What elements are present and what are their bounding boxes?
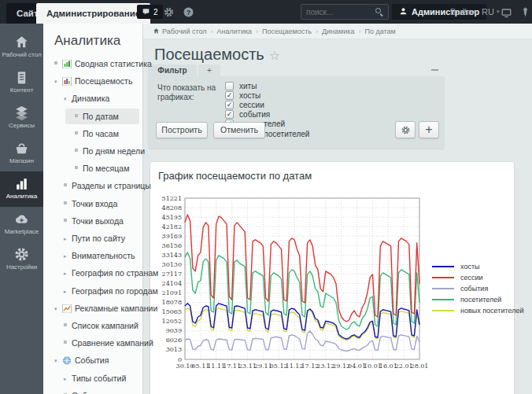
sidebar-item-by-weekdays[interactable]: По дням недели bbox=[75, 143, 145, 159]
bullet-icon bbox=[75, 128, 83, 144]
language-selector[interactable]: RU ▾ bbox=[482, 0, 499, 24]
monitor-icon[interactable] bbox=[501, 7, 512, 19]
visits-icon bbox=[62, 75, 72, 83]
cancel-button[interactable]: Отменить bbox=[213, 122, 265, 138]
expanded-arrow-icon: ▾ bbox=[54, 74, 62, 90]
breadcrumb-separator: › bbox=[316, 28, 318, 35]
bullet-icon bbox=[64, 320, 72, 336]
notifications-badge[interactable]: 2 bbox=[137, 5, 163, 19]
events-group-icon bbox=[62, 354, 72, 363]
checkbox-events[interactable]: ✓события bbox=[225, 110, 270, 120]
expanded-arrow-icon: ▾ bbox=[64, 91, 72, 107]
y-axis-tick-label: 3013 bbox=[166, 346, 182, 353]
breadcrumb-item[interactable]: Рабочий стол bbox=[162, 28, 207, 35]
breadcrumb-item[interactable]: Динамика bbox=[322, 28, 354, 35]
settings-icon bbox=[13, 246, 30, 263]
y-axis-tick-label: 6026 bbox=[166, 337, 182, 344]
sidebar-item-events-group[interactable]: ▾События bbox=[54, 352, 109, 368]
logout-link[interactable]: Выйти bbox=[450, 0, 476, 24]
sidebar-item-summary-stats[interactable]: Сводная статистика bbox=[54, 56, 152, 72]
bullet-icon bbox=[75, 145, 83, 161]
rail-item-marketplace[interactable]: Marketplace bbox=[0, 207, 43, 242]
checkbox-sessions[interactable]: ✓сессии bbox=[225, 100, 264, 109]
checkbox-hosts[interactable]: ✓хосты bbox=[225, 90, 260, 100]
checkbox-sessions-box[interactable]: ✓ bbox=[225, 101, 234, 109]
collapse-filter-button[interactable] bbox=[431, 69, 438, 71]
collapsed-arrow-icon: ▸ bbox=[64, 284, 72, 300]
analytics-sidebar: Аналитика Сводная статистика▾Посещаемост… bbox=[43, 24, 143, 394]
checkbox-events-box[interactable]: ✓ bbox=[225, 110, 234, 119]
main-nav-rail: Рабочий столКонтентСервисыМагазинАналити… bbox=[0, 24, 43, 394]
y-axis-tick-label: 33143 bbox=[162, 252, 182, 259]
gear-icon[interactable] bbox=[163, 6, 175, 18]
search-input[interactable] bbox=[306, 6, 374, 18]
legend-swatch bbox=[432, 277, 454, 278]
rail-item-analytics[interactable]: Аналитика bbox=[0, 171, 43, 207]
legend-swatch bbox=[432, 266, 454, 267]
rail-item-settings[interactable]: Настройки bbox=[0, 242, 43, 278]
breadcrumb-item[interactable]: Посещаемость bbox=[262, 28, 312, 35]
legend-swatch bbox=[432, 310, 454, 311]
filter-settings-button[interactable] bbox=[395, 121, 416, 138]
sidebar-item-sections-pages[interactable]: Разделы и страницы bbox=[64, 178, 151, 193]
bullet-icon bbox=[64, 198, 72, 214]
y-axis-tick-label: 12052 bbox=[162, 318, 182, 325]
rail-item-content[interactable]: Контент bbox=[0, 65, 43, 101]
rail-item-workspace[interactable]: Рабочий стол bbox=[0, 30, 43, 65]
filter-panel: Что показать на графиках: хиты✓хосты✓сес… bbox=[148, 76, 445, 149]
sidebar-item-campaign-list[interactable]: Список кампаний bbox=[64, 318, 139, 333]
search-icon[interactable] bbox=[375, 8, 384, 17]
y-axis-tick-label: 36156 bbox=[162, 242, 182, 249]
checkbox-hits-box[interactable] bbox=[225, 82, 234, 90]
y-axis-tick-label: 30130 bbox=[162, 261, 182, 268]
bullet-icon bbox=[64, 180, 72, 196]
sidebar-item-geo-countries[interactable]: ▸География по странам bbox=[64, 265, 158, 281]
home-icon[interactable] bbox=[153, 28, 160, 35]
breadcrumb-item[interactable]: По датам bbox=[364, 28, 395, 35]
y-axis-tick-label: 9039 bbox=[166, 327, 182, 334]
sidebar-item-dynamics[interactable]: ▾Динамика bbox=[64, 90, 109, 106]
content-area: Рабочий стол›Аналитика›Посещаемость›Дина… bbox=[143, 24, 532, 394]
y-axis-tick-label: 51221 bbox=[162, 195, 182, 202]
sidebar-item-by-dates[interactable]: По датам bbox=[65, 109, 139, 124]
rail-item-services[interactable]: Сервисы bbox=[0, 101, 43, 136]
sidebar-item-exit-points[interactable]: Точки выхода bbox=[64, 213, 124, 229]
checkbox-hits[interactable]: хиты bbox=[225, 81, 257, 90]
add-filter-tab[interactable]: + bbox=[198, 64, 220, 76]
chart-title: График посещаемости по датам bbox=[158, 170, 312, 182]
y-axis-tick-label: 24104 bbox=[162, 280, 182, 287]
sidebar-item-ad-campaigns[interactable]: ▾Рекламные кампании bbox=[54, 300, 157, 316]
breadcrumb: Рабочий стол›Аналитика›Посещаемость›Дина… bbox=[143, 24, 532, 39]
sidebar-item-campaign-compare[interactable]: Сравнение кампаний bbox=[64, 335, 153, 351]
filter-add-button[interactable]: + bbox=[419, 121, 439, 138]
bullet-icon bbox=[64, 337, 72, 353]
sidebar-item-events-list[interactable]: События bbox=[64, 388, 105, 394]
collapsed-arrow-icon: ▸ bbox=[64, 249, 72, 264]
sidebar-item-by-hours[interactable]: По часам bbox=[75, 126, 119, 142]
checkbox-hosts-box[interactable]: ✓ bbox=[225, 91, 234, 100]
bullet-icon bbox=[64, 215, 72, 231]
sidebar-item-attention[interactable]: ▸Внимательность bbox=[64, 248, 135, 263]
filter-tab[interactable]: Фильтр bbox=[148, 64, 197, 76]
user-icon bbox=[399, 7, 408, 17]
breadcrumb-item[interactable]: Аналитика bbox=[217, 28, 253, 35]
admin-tab[interactable]: Администрирование bbox=[36, 3, 150, 24]
build-button[interactable]: Построить bbox=[156, 122, 208, 138]
sidebar-item-entry-points[interactable]: Точки входа bbox=[64, 196, 117, 212]
content-icon bbox=[13, 69, 30, 86]
favorite-star-icon[interactable]: ☆ bbox=[269, 49, 280, 62]
sidebar-item-by-months[interactable]: По месяцам bbox=[75, 160, 129, 176]
sidebar-item-geo-cities[interactable]: ▸География по городам bbox=[64, 283, 158, 299]
sidebar-item-site-paths[interactable]: ▸Пути по сайту bbox=[64, 230, 125, 246]
workspace-icon bbox=[13, 34, 30, 50]
filter-label: Что показать на графиках: bbox=[157, 83, 227, 102]
pin-icon[interactable] bbox=[519, 6, 531, 18]
sidebar-item-event-types[interactable]: ▸Типы событий bbox=[64, 370, 126, 386]
rail-item-shop[interactable]: Магазин bbox=[0, 136, 43, 171]
page-title: Посещаемость☆ bbox=[154, 46, 280, 64]
chart-card: График посещаемости по датам 03013602690… bbox=[150, 161, 515, 394]
help-icon[interactable]: ? bbox=[183, 6, 194, 18]
collapsed-arrow-icon: ▸ bbox=[64, 266, 72, 282]
sidebar-item-visits[interactable]: ▾Посещаемость bbox=[54, 73, 132, 89]
analytics-icon bbox=[13, 175, 30, 192]
